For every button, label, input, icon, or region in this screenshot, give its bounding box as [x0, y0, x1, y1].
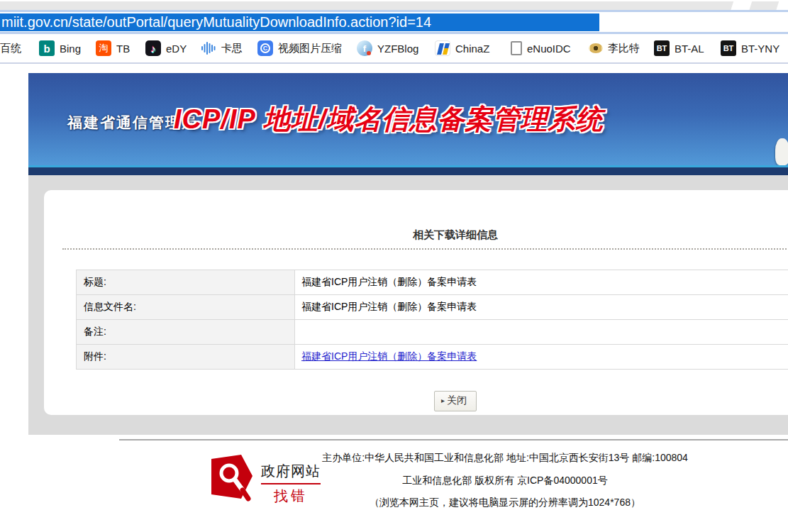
taobao-icon: 淘 [96, 40, 111, 56]
arrow-icon: ▸ [441, 397, 445, 404]
download-info-table: 标题: 福建省ICP用户注销（删除）备案申请表 信息文件名: 福建省ICP用户注… [76, 270, 788, 370]
close-button[interactable]: ▸关闭 [434, 391, 477, 411]
bookmark-compress[interactable]: C 视频图片压缩 [257, 34, 342, 62]
footer-divider [119, 439, 788, 440]
bookmark-kasi[interactable]: 卡思 [201, 34, 243, 62]
footer-host-line: 主办单位:中华人民共和国工业和信息化部 地址:中国北京西长安街13号 邮编:10… [235, 452, 775, 465]
browser-tab-bar[interactable] [0, 0, 788, 10]
table-row-attachment: 附件: 福建省ICP用户注销（删除）备案申请表 [77, 345, 788, 370]
footer-resolution-line: （浏览本网主页，建议将电脑显示屏的分辨率调为1024*768） [235, 497, 775, 509]
page-title: 相关下载详细信息 [44, 228, 788, 242]
eye-icon [589, 43, 603, 53]
attachment-link[interactable]: 福建省ICP用户注销（删除）备案申请表 [301, 350, 477, 363]
page-icon [511, 41, 522, 55]
douyin-icon: ♪ [145, 40, 161, 56]
dotted-divider [62, 248, 788, 250]
address-bar[interactable]: miit.gov.cn/state/outPortal/queryMutuali… [0, 12, 788, 32]
table-row-title: 标题: 福建省ICP用户注销（删除）备案申请表 [77, 270, 788, 295]
table-row-remark: 备注: [77, 320, 788, 345]
bt-icon: BT [721, 40, 736, 56]
bookmark-libite[interactable]: 李比特 [589, 34, 640, 62]
bookmark-bing[interactable]: b Bing [39, 34, 81, 62]
bookmark-bt-yny[interactable]: BT BT-YNY [721, 34, 779, 62]
mascot-figure [775, 138, 788, 165]
blog-icon: f [357, 40, 372, 56]
bt-icon: BT [654, 40, 670, 56]
browser-window: miit.gov.cn/state/outPortal/queryMutuali… [0, 0, 788, 532]
bookmark-bt-al[interactable]: BT BT-AL [654, 34, 704, 62]
download-detail-card: 相关下载详细信息 标题: 福建省ICP用户注销（删除）备案申请表 信息文件名: … [44, 190, 788, 415]
chinaz-icon [435, 40, 450, 56]
bookmark-tb[interactable]: 淘 TB [96, 34, 130, 62]
url-selected-text[interactable]: miit.gov.cn/state/outPortal/queryMutuali… [0, 13, 599, 31]
table-row-filename: 信息文件名: 福建省ICP用户注销（删除）备案申请表 [77, 295, 788, 320]
nav-strip [28, 167, 788, 175]
system-title: ICP/IP 地址/域名信息备案管理系统 [174, 101, 604, 138]
bookmark-chinaz[interactable]: ChinaZ [435, 34, 489, 62]
bookmark-edy[interactable]: ♪ eDY [145, 34, 187, 62]
compress-icon: C [257, 40, 273, 56]
bookmark-enuoidc[interactable]: eNuoIDC [511, 34, 571, 62]
bing-icon: b [39, 40, 55, 56]
bookmark-baitong[interactable]: 百统 [0, 34, 21, 62]
site-banner: 福建省通信管理局 ICP/IP 地址/域名信息备案管理系统 [28, 73, 788, 165]
soundwave-icon [201, 40, 216, 56]
footer-copyright-line: 工业和信息化部 版权所有 京ICP备04000001号 [235, 475, 775, 487]
bookmarks-bar: 百统 b Bing 淘 TB ♪ eDY 卡思 C 视频图片压 [0, 34, 788, 64]
bookmark-yzfblog[interactable]: f YZFBlog [357, 34, 418, 62]
